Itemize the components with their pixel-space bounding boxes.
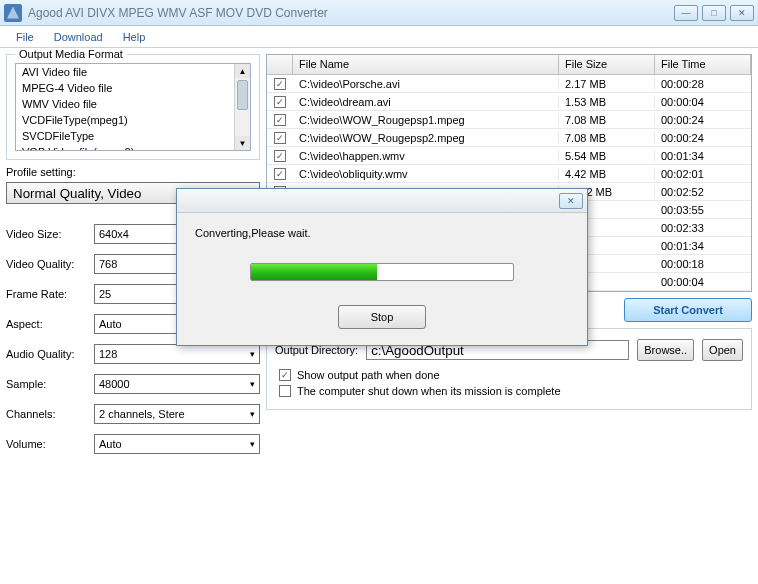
converting-dialog: ✕ Converting,Please wait. Stop [176,188,588,346]
col-filesize[interactable]: File Size [559,55,655,74]
cell-filesize: 2.17 MB [559,78,655,90]
menu-help[interactable]: Help [113,28,156,46]
dialog-close-button[interactable]: ✕ [559,193,583,209]
cell-filename: C:\video\WOW_Rougepsp2.mpeg [293,132,559,144]
cell-filetime: 00:01:34 [655,240,751,252]
format-item[interactable]: AVI Video file [16,64,250,80]
row-checkbox[interactable]: ✓ [274,96,286,108]
browse-button[interactable]: Browse.. [637,339,694,361]
show-output-label: Show output path when done [297,369,440,381]
table-row[interactable]: ✓C:\video\dream.avi1.53 MB00:00:04 [267,93,751,111]
output-format-title: Output Media Format [15,48,127,60]
cell-filesize: 7.08 MB [559,114,655,126]
cell-filetime: 00:00:04 [655,96,751,108]
scroll-down-icon[interactable]: ▼ [235,136,250,150]
window-titlebar: Agood AVI DIVX MPEG WMV ASF MOV DVD Conv… [0,0,758,26]
menu-bar: File Download Help [0,26,758,48]
frame-rate-label: Frame Rate: [6,288,88,300]
row-checkbox[interactable]: ✓ [274,168,286,180]
cell-filetime: 00:00:18 [655,258,751,270]
table-row[interactable]: ✓C:\video\WOW_Rougepsp2.mpeg7.08 MB00:00… [267,129,751,147]
row-checkbox[interactable]: ✓ [274,78,286,90]
stop-button[interactable]: Stop [338,305,426,329]
sample-label: Sample: [6,378,88,390]
audio-quality-label: Audio Quality: [6,348,88,360]
row-checkbox[interactable]: ✓ [274,132,286,144]
shutdown-label: The computer shut down when its mission … [297,385,561,397]
volume-value: Auto [99,438,122,450]
cell-filesize: 7.08 MB [559,132,655,144]
dialog-message: Converting,Please wait. [195,227,569,239]
cell-filetime: 00:02:52 [655,186,751,198]
format-scrollbar[interactable]: ▲ ▼ [234,64,250,150]
cell-filetime: 00:02:33 [655,222,751,234]
sample-value: 48000 [99,378,130,390]
profile-value: Normal Quality, Video [13,186,141,201]
volume-dropdown[interactable]: Auto [94,434,260,454]
format-item[interactable]: VCDFileType(mpeg1) [16,112,250,128]
format-listbox[interactable]: AVI Video fileMPEG-4 Video fileWMV Video… [15,63,251,151]
cell-filename: C:\video\obliquity.wmv [293,168,559,180]
frame-rate-value: 25 [99,288,111,300]
cell-filetime: 00:03:55 [655,204,751,216]
row-checkbox[interactable]: ✓ [274,150,286,162]
cell-filetime: 00:00:04 [655,276,751,288]
open-button[interactable]: Open [702,339,743,361]
format-item[interactable]: MPEG-4 Video file [16,80,250,96]
volume-label: Volume: [6,438,88,450]
cell-filename: C:\video\WOW_Rougepsp1.mpeg [293,114,559,126]
menu-file[interactable]: File [6,28,44,46]
video-quality-value: 768 [99,258,117,270]
scroll-up-icon[interactable]: ▲ [235,64,250,78]
channels-label: Channels: [6,408,88,420]
table-row[interactable]: ✓C:\video\WOW_Rougepsp1.mpeg7.08 MB00:00… [267,111,751,129]
shutdown-checkbox[interactable] [279,385,291,397]
minimize-button[interactable]: — [674,5,698,21]
profile-label: Profile setting: [6,166,260,178]
channels-value: 2 channels, Stere [99,408,185,420]
cell-filesize: 5.54 MB [559,150,655,162]
cell-filename: C:\video\dream.avi [293,96,559,108]
progress-bar [250,263,514,281]
format-item[interactable]: WMV Video file [16,96,250,112]
progress-fill [251,264,377,280]
audio-quality-value: 128 [99,348,117,360]
cell-filetime: 00:02:01 [655,168,751,180]
output-format-group: Output Media Format AVI Video fileMPEG-4… [6,54,260,160]
col-filename[interactable]: File Name [293,55,559,74]
row-checkbox[interactable]: ✓ [274,114,286,126]
table-row[interactable]: ✓C:\video\obliquity.wmv4.42 MB00:02:01 [267,165,751,183]
start-convert-button[interactable]: Start Convert [624,298,752,322]
app-icon [4,4,22,22]
video-size-label: Video Size: [6,228,88,240]
scroll-thumb[interactable] [237,80,248,110]
col-filetime[interactable]: File Time [655,55,751,74]
sample-dropdown[interactable]: 48000 [94,374,260,394]
cell-filename: C:\video\happen.wmv [293,150,559,162]
aspect-value: Auto [99,318,122,330]
maximize-button[interactable]: □ [702,5,726,21]
close-button[interactable]: ✕ [730,5,754,21]
channels-dropdown[interactable]: 2 channels, Stere [94,404,260,424]
format-item[interactable]: VOB Video file(mpeg2) [16,144,250,151]
cell-filesize: 4.42 MB [559,168,655,180]
video-quality-label: Video Quality: [6,258,88,270]
col-check [267,55,293,74]
cell-filetime: 00:00:24 [655,132,751,144]
cell-filetime: 00:00:24 [655,114,751,126]
table-row[interactable]: ✓C:\video\Porsche.avi2.17 MB00:00:28 [267,75,751,93]
video-size-value: 640x4 [99,228,129,240]
menu-download[interactable]: Download [44,28,113,46]
table-row[interactable]: ✓C:\video\happen.wmv5.54 MB00:01:34 [267,147,751,165]
audio-quality-dropdown[interactable]: 128 [94,344,260,364]
format-item[interactable]: SVCDFileType [16,128,250,144]
cell-filename: C:\video\Porsche.avi [293,78,559,90]
window-title: Agood AVI DIVX MPEG WMV ASF MOV DVD Conv… [28,6,674,20]
cell-filesize: 1.53 MB [559,96,655,108]
cell-filetime: 00:00:28 [655,78,751,90]
cell-filetime: 00:01:34 [655,150,751,162]
aspect-label: Aspect: [6,318,88,330]
show-output-checkbox[interactable]: ✓ [279,369,291,381]
